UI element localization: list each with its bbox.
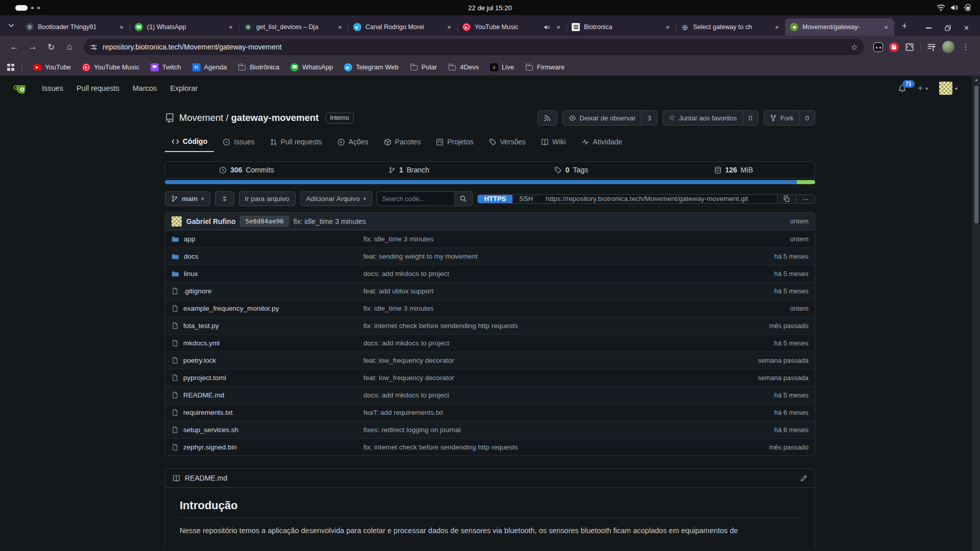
file-commit-message[interactable]: fix: idle_time 3 minutes bbox=[363, 305, 722, 312]
bookmark-item[interactable]: YouTube Music bbox=[77, 61, 144, 73]
restore-button[interactable] bbox=[945, 25, 951, 31]
file-commit-message[interactable]: feat: sending weight to my movement bbox=[363, 253, 722, 260]
bookmark-item[interactable]: Polar bbox=[405, 61, 442, 73]
stat-item[interactable]: 306 Commits bbox=[165, 162, 328, 178]
star-button[interactable]: ☆ Juntar aos favoritos bbox=[663, 111, 743, 125]
tab-close-button[interactable]: × bbox=[773, 23, 781, 31]
file-commit-message[interactable]: fixes: redirect logging on journal bbox=[363, 426, 722, 434]
reload-button[interactable]: ↻ bbox=[43, 39, 59, 55]
tab-close-button[interactable]: × bbox=[882, 23, 890, 31]
navbar-item[interactable]: Pull requests bbox=[77, 84, 119, 92]
readme-heading[interactable]: Introdução bbox=[180, 499, 800, 518]
system-tray[interactable] bbox=[937, 4, 973, 12]
tab-close-button[interactable]: × bbox=[554, 23, 562, 31]
repo-tab[interactable]: Issues bbox=[216, 133, 261, 152]
file-commit-message[interactable]: fix: internet check before sendending ht… bbox=[363, 322, 722, 330]
forward-button[interactable]: → bbox=[24, 39, 41, 55]
navbar-item[interactable]: Explorar bbox=[170, 84, 198, 92]
bookmark-item[interactable]: Agenda bbox=[187, 61, 232, 73]
rss-button[interactable] bbox=[537, 110, 557, 126]
repo-tab[interactable]: Projetos bbox=[429, 133, 480, 152]
tab-close-button[interactable]: × bbox=[664, 23, 672, 31]
file-commit-message[interactable]: fix: idle_time 3 minutes bbox=[363, 235, 722, 243]
new-tab-button[interactable]: + bbox=[897, 19, 912, 33]
clone-url-text[interactable]: https://repository.biotronica.tech/Movem… bbox=[540, 195, 777, 203]
tab-close-button[interactable]: × bbox=[336, 23, 344, 31]
file-name-cell[interactable]: fota_test.py bbox=[172, 322, 363, 330]
repo-tab[interactable]: Pacotes bbox=[377, 133, 428, 152]
language-segment[interactable] bbox=[797, 180, 815, 184]
ssh-button[interactable]: SSH bbox=[512, 195, 540, 203]
file-name-cell[interactable]: pyproject.toml bbox=[172, 374, 363, 382]
repo-tab[interactable]: Versões bbox=[482, 133, 533, 152]
apps-grid-icon[interactable] bbox=[7, 64, 14, 71]
tab-search-button[interactable] bbox=[4, 18, 18, 33]
file-commit-message[interactable]: fix: internet check before sendending ht… bbox=[363, 443, 722, 451]
copy-url-button[interactable] bbox=[777, 195, 796, 203]
minimize-button[interactable] bbox=[926, 28, 932, 29]
browser-menu-button[interactable]: ⋮ bbox=[961, 42, 971, 52]
browser-tab[interactable]: Canal Rodrigo Morei × bbox=[348, 18, 457, 36]
fork-count[interactable]: 0 bbox=[799, 111, 815, 125]
tab-close-button[interactable]: × bbox=[445, 23, 453, 31]
home-button[interactable]: ⌂ bbox=[61, 39, 78, 55]
readme-filename[interactable]: README.md bbox=[185, 474, 227, 482]
notifications-button[interactable]: 71 bbox=[898, 84, 906, 93]
page-scrollbar[interactable]: ▲ bbox=[972, 76, 980, 551]
dark-reader-extension-icon[interactable] bbox=[873, 42, 883, 52]
file-name-cell[interactable]: README.md bbox=[172, 391, 363, 399]
browser-tab[interactable]: Select gateway to ch × bbox=[676, 18, 785, 36]
file-name-cell[interactable]: app bbox=[172, 235, 363, 243]
scrollbar-up-arrow[interactable]: ▲ bbox=[973, 76, 980, 82]
browser-profile-avatar[interactable] bbox=[942, 41, 954, 53]
code-search-input[interactable] bbox=[377, 191, 454, 206]
workspace-indicator[interactable] bbox=[15, 5, 40, 11]
bookmark-item[interactable]: Firmware bbox=[520, 61, 570, 73]
edit-pencil-icon[interactable] bbox=[800, 474, 807, 482]
bookmark-star-icon[interactable]: ☆ bbox=[851, 42, 858, 52]
site-settings-icon[interactable] bbox=[90, 43, 97, 51]
browser-tab[interactable]: Biotronica × bbox=[567, 18, 676, 36]
fork-button[interactable]: Fork bbox=[764, 111, 799, 125]
url-text[interactable]: repository.biotronica.tech/Movement/gate… bbox=[103, 43, 846, 51]
create-new-button[interactable]: + ▾ bbox=[918, 83, 928, 93]
navbar-item[interactable]: Marcos bbox=[133, 84, 157, 92]
navbar-item[interactable]: Issues bbox=[42, 84, 63, 92]
extensions-puzzle-icon[interactable] bbox=[905, 42, 914, 52]
star-count[interactable]: 0 bbox=[743, 111, 758, 125]
commit-author-name[interactable]: Gabriel Rufino bbox=[186, 217, 235, 226]
watch-count[interactable]: 3 bbox=[641, 111, 656, 125]
file-name-cell[interactable]: requirements.txt bbox=[172, 409, 363, 416]
https-button[interactable]: HTTPS bbox=[478, 195, 513, 203]
unwatch-button[interactable]: Deixar de observar bbox=[563, 111, 642, 125]
branch-selector[interactable]: main ▾ bbox=[165, 191, 210, 206]
file-commit-message[interactable]: feat: low_frequency decorator bbox=[363, 374, 722, 382]
back-button[interactable]: ← bbox=[6, 39, 22, 55]
tab-audio-icon[interactable] bbox=[544, 24, 550, 30]
stat-item[interactable]: 1 Branch bbox=[328, 162, 490, 178]
commit-author-avatar[interactable] bbox=[172, 216, 182, 227]
go-to-file-button[interactable]: Ir para arquivo bbox=[239, 191, 296, 206]
gitea-logo[interactable] bbox=[13, 81, 29, 96]
stat-item[interactable]: 126 MiB bbox=[652, 162, 815, 178]
repo-tab[interactable]: Código bbox=[165, 133, 214, 152]
file-name-cell[interactable]: .gitignore bbox=[172, 287, 363, 295]
language-segment[interactable] bbox=[165, 180, 797, 184]
bookmark-item[interactable]: Biotrônica bbox=[233, 61, 284, 73]
browser-tab[interactable]: get_list_devices – Dja × bbox=[239, 18, 348, 36]
user-menu-button[interactable]: ▾ bbox=[939, 82, 958, 95]
file-commit-message[interactable]: docs: add mkdocs to project bbox=[363, 391, 722, 399]
more-options-button[interactable]: ⋯ bbox=[796, 195, 815, 203]
repo-tab[interactable]: Pull requests bbox=[263, 133, 329, 152]
bookmark-item[interactable]: WhatsApp bbox=[285, 61, 338, 73]
media-queue-icon[interactable] bbox=[927, 43, 936, 51]
compare-button[interactable] bbox=[215, 191, 234, 206]
file-name-cell[interactable]: setup_services.sh bbox=[172, 426, 363, 434]
code-search-button[interactable] bbox=[454, 191, 473, 206]
bookmark-item[interactable]: Twitch bbox=[145, 61, 186, 73]
commit-sha-badge[interactable]: 5e8d84ae96 bbox=[240, 216, 288, 227]
tab-close-button[interactable]: × bbox=[227, 23, 235, 31]
add-file-button[interactable]: Adicionar Arquivo ▾ bbox=[300, 191, 372, 206]
tab-close-button[interactable]: × bbox=[117, 23, 126, 31]
repo-tab[interactable]: Wiki bbox=[534, 133, 572, 152]
